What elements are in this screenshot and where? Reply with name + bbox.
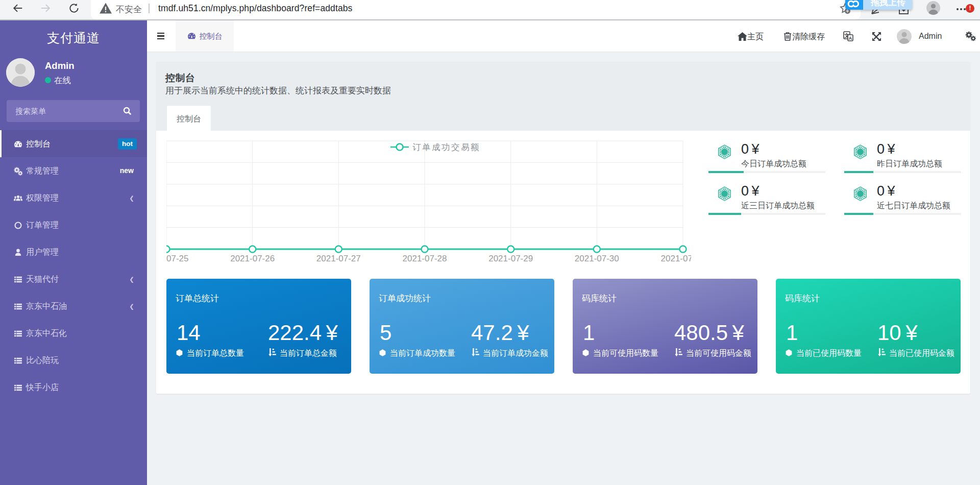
svg-text:订单成功交易额: 订单成功交易额: [412, 142, 480, 152]
svg-text:2021-07-30: 2021-07-30: [575, 254, 619, 263]
svg-text:2021-07-28: 2021-07-28: [403, 254, 447, 263]
svg-text:2021-07-25: 2021-07-25: [166, 254, 188, 263]
svg-text:2021-07-27: 2021-07-27: [316, 254, 361, 263]
svg-text:A: A: [849, 35, 852, 41]
svg-text:2021-07-31: 2021-07-31: [661, 254, 691, 263]
svg-text:2021-07-29: 2021-07-29: [488, 254, 533, 263]
svg-text:2021-07-26: 2021-07-26: [230, 254, 275, 263]
